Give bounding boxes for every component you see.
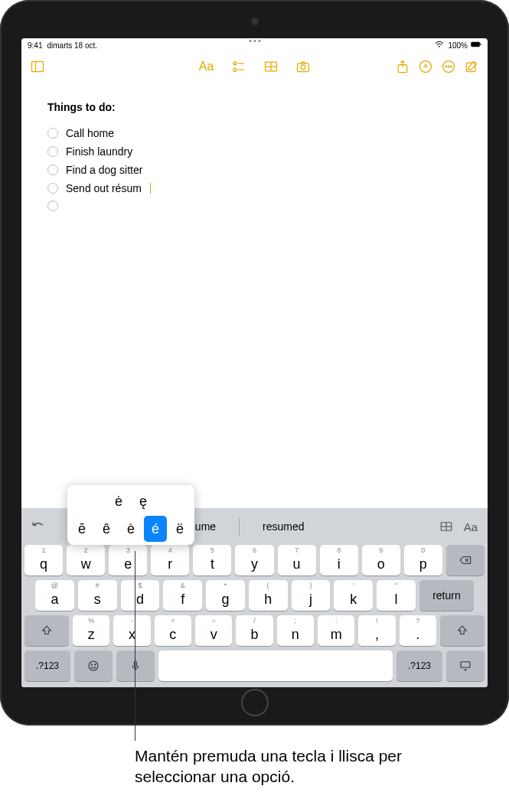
svg-point-18 <box>445 66 447 67</box>
key-v[interactable]: =v <box>195 615 232 646</box>
svg-rect-1 <box>471 42 480 47</box>
check-circle-icon[interactable] <box>47 201 58 211</box>
svg-rect-3 <box>32 61 44 71</box>
status-time: 9:41 <box>28 41 42 50</box>
svg-point-20 <box>451 66 452 67</box>
key-d[interactable]: $d <box>121 580 160 611</box>
note-body[interactable]: Things to do: Call homeFinish laundryFin… <box>21 81 488 508</box>
checklist-item[interactable]: Finish laundry <box>47 145 462 158</box>
key-m[interactable]: :m <box>318 615 354 646</box>
svg-rect-2 <box>480 44 481 45</box>
key-x[interactable]: -x <box>113 615 150 646</box>
check-circle-icon[interactable] <box>47 128 58 139</box>
accent-option[interactable]: ė <box>107 488 130 514</box>
check-circle-icon[interactable] <box>47 165 58 175</box>
markup-icon[interactable] <box>417 58 434 75</box>
key-u[interactable]: 7u <box>278 545 316 576</box>
checklist-item-text: Send out résum <box>66 182 142 194</box>
status-date: dimarts 18 oct. <box>47 41 97 50</box>
more-icon[interactable] <box>440 58 457 75</box>
accent-option[interactable]: ë <box>168 516 191 542</box>
accent-option[interactable]: ē <box>70 516 93 542</box>
key-s[interactable]: #s <box>78 580 117 611</box>
text-cursor <box>150 183 152 194</box>
checklist-icon[interactable] <box>230 58 247 75</box>
svg-rect-31 <box>461 662 470 668</box>
undo-icon[interactable] <box>29 517 47 536</box>
key-t[interactable]: 5t <box>193 545 231 576</box>
backspace-key[interactable] <box>446 545 485 576</box>
key-f[interactable]: &f <box>163 580 202 611</box>
note-title: Things to do: <box>47 101 462 113</box>
callout-leader-line <box>135 551 135 741</box>
checklist-item-text: Find a dog sitter <box>66 164 142 176</box>
ipad-device-frame: 9:41 dimarts 18 oct. 100% Aa <box>0 0 509 726</box>
camera-icon[interactable] <box>295 58 312 75</box>
accent-option[interactable]: ę <box>132 488 155 514</box>
checklist-item[interactable]: Find a dog sitter <box>47 164 462 176</box>
home-button[interactable] <box>241 689 269 716</box>
format-icon[interactable]: Aa <box>198 58 215 75</box>
shift-key[interactable] <box>440 615 485 646</box>
key-z[interactable]: %z <box>73 615 109 646</box>
key-o[interactable]: 9o <box>362 545 400 576</box>
svg-point-7 <box>233 68 236 71</box>
multitask-indicator[interactable] <box>249 40 260 42</box>
svg-point-29 <box>95 664 96 665</box>
accent-option[interactable]: è <box>119 516 142 542</box>
key-k[interactable]: 'k <box>334 580 373 611</box>
table-icon[interactable] <box>263 58 279 75</box>
key-q[interactable]: 1q <box>24 545 63 576</box>
checklist-item[interactable]: Call home <box>47 127 462 139</box>
key-i[interactable]: 8i <box>320 545 358 576</box>
key-j[interactable]: )j <box>292 580 331 611</box>
callout-caption: Mantén premuda una tecla i llisca per se… <box>135 745 464 788</box>
wifi-icon <box>434 41 445 50</box>
format-shortcut-icon[interactable]: Aa <box>462 517 480 536</box>
key-y[interactable]: 6y <box>235 545 273 576</box>
svg-point-28 <box>91 664 92 665</box>
key-e[interactable]: 3e <box>109 545 147 576</box>
svg-point-19 <box>448 66 449 67</box>
accent-character-popup[interactable]: ėę ēêèéë <box>67 485 194 545</box>
key-c[interactable]: +c <box>155 615 191 646</box>
key-a[interactable]: @a <box>35 580 74 611</box>
checklist-item-text: Call home <box>66 127 114 139</box>
accent-option[interactable]: é <box>144 516 167 542</box>
share-icon[interactable] <box>394 58 411 75</box>
svg-point-0 <box>439 46 441 47</box>
check-circle-icon[interactable] <box>47 146 58 157</box>
key-b[interactable]: /b <box>236 615 272 646</box>
table-shortcut-icon[interactable] <box>437 517 455 536</box>
battery-percent: 100% <box>448 41 468 50</box>
compose-icon[interactable] <box>463 58 480 75</box>
svg-point-5 <box>233 62 236 65</box>
numeric-key[interactable]: .?123 <box>396 651 442 681</box>
key-punct[interactable]: ?. <box>400 615 436 646</box>
dictation-key[interactable] <box>116 651 155 681</box>
key-g[interactable]: *g <box>206 580 245 611</box>
key-p[interactable]: 0p <box>404 545 442 576</box>
sidebar-toggle-icon[interactable] <box>29 58 46 75</box>
hide-keyboard-key[interactable] <box>446 651 485 681</box>
check-circle-icon[interactable] <box>47 183 58 194</box>
key-punct[interactable]: !, <box>358 615 395 646</box>
space-key[interactable] <box>158 651 393 681</box>
shift-key[interactable] <box>24 615 69 646</box>
battery-icon <box>471 41 481 50</box>
numeric-key[interactable]: .?123 <box>24 651 70 681</box>
return-key[interactable]: return <box>419 580 474 611</box>
svg-point-27 <box>89 661 98 670</box>
checklist-item[interactable]: Send out résum <box>47 182 462 194</box>
key-w[interactable]: 2w <box>67 545 105 576</box>
accent-option[interactable]: ê <box>95 516 118 542</box>
screen: 9:41 dimarts 18 oct. 100% Aa <box>21 38 488 687</box>
checklist-item[interactable] <box>47 201 462 211</box>
emoji-key[interactable] <box>74 651 113 681</box>
key-l[interactable]: "l <box>377 580 416 611</box>
key-n[interactable]: ;n <box>277 615 314 646</box>
key-h[interactable]: (h <box>249 580 288 611</box>
key-r[interactable]: 4r <box>151 545 189 576</box>
suggestion-2[interactable]: resumed <box>240 517 327 536</box>
notes-toolbar: Aa <box>21 52 488 81</box>
